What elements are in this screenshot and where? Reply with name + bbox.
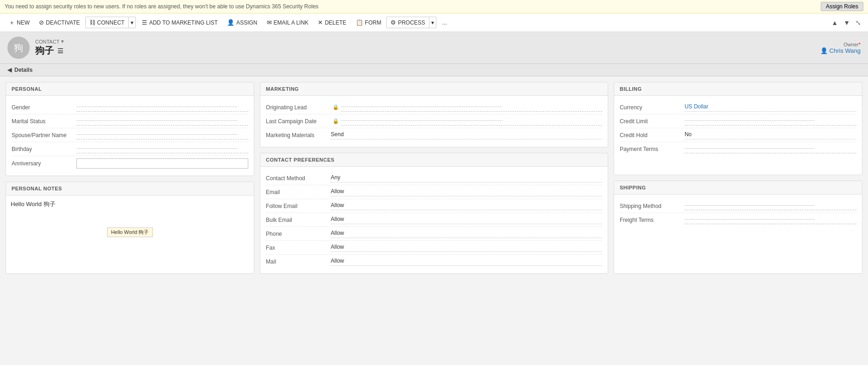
credit-limit-value[interactable]: ───────────────────────────────── xyxy=(685,117,856,126)
field-birthday: Birthday ───────────────────────────────… xyxy=(12,142,248,156)
contact-preferences-body: Contact Method Any Email Allow Follow Em… xyxy=(260,167,608,273)
contact-preferences-panel: CONTACT PREFERENCES Contact Method Any E… xyxy=(260,153,608,274)
follow-email-label: Follow Email xyxy=(266,203,331,209)
credit-hold-value[interactable]: No xyxy=(685,131,856,139)
notes-tooltip: Hello World 狗子 xyxy=(107,227,153,237)
process-button[interactable]: ⚙ PROCESS xyxy=(387,17,429,28)
nav-arrows: ▲ ▼ ⤡ xyxy=(829,18,863,27)
billing-header: BILLING xyxy=(614,82,862,96)
more-button[interactable]: ... xyxy=(438,17,451,28)
field-marital-status: Marital Status ─────────────────────────… xyxy=(12,114,248,128)
currency-label: Currency xyxy=(620,104,685,111)
personal-notes-panel: PERSONAL NOTES Hello World 狗子 Hello Worl… xyxy=(6,182,254,274)
personal-header: PERSONAL xyxy=(6,82,254,96)
assign-label: ASSIGN xyxy=(236,19,257,26)
last-campaign-date-label: Last Campaign Date xyxy=(266,118,331,125)
anniversary-input[interactable] xyxy=(76,158,248,169)
owner-person-icon: 👤 xyxy=(820,47,828,54)
contact-type-label: CONTACT xyxy=(35,39,59,44)
anniversary-label: Anniversary xyxy=(12,160,76,167)
contact-info: CONTACT ▾ 狗子 ☰ xyxy=(35,38,64,57)
marketing-materials-value[interactable]: Send xyxy=(331,131,602,139)
nav-up-button[interactable]: ▲ xyxy=(829,18,840,27)
payment-terms-value[interactable]: ───────────────────────────────── xyxy=(685,145,856,153)
field-credit-hold: Credit Hold No xyxy=(620,128,856,142)
form-label: FORM xyxy=(365,19,381,26)
follow-email-value[interactable]: Allow xyxy=(331,202,602,210)
process-icon: ⚙ xyxy=(390,19,396,26)
spouse-name-value[interactable]: ────────────────────────────────────────… xyxy=(76,131,248,139)
mail-value[interactable]: Allow xyxy=(331,258,602,266)
delete-button[interactable]: ✕ DELETE xyxy=(314,17,351,28)
connect-button[interactable]: ⛓ CONNECT xyxy=(86,17,128,28)
currency-value[interactable]: US Dollar xyxy=(685,103,856,112)
owner-section: Owner* 👤 Chris Wang xyxy=(820,42,861,54)
spouse-name-label: Spouse/Partner Name xyxy=(12,132,76,138)
marital-status-label: Marital Status xyxy=(12,118,76,125)
notification-bar: You need to assign security roles to new… xyxy=(0,0,868,13)
originating-lead-label: Originating Lead xyxy=(266,104,331,111)
last-campaign-lock-icon: 🔒 xyxy=(333,118,339,124)
process-dropdown-button[interactable]: ▾ xyxy=(429,17,436,28)
personal-body: Gender ─────────────────────────────────… xyxy=(6,96,254,176)
middle-column: MARKETING Originating Lead 🔒 ───────────… xyxy=(260,82,608,274)
bulk-email-label: Bulk Email xyxy=(266,217,331,223)
details-label: Details xyxy=(14,67,32,73)
freight-terms-value[interactable]: ───────────────────────────────── xyxy=(685,216,856,224)
contact-name-text: 狗子 xyxy=(35,44,54,57)
contact-method-value[interactable]: Any xyxy=(331,174,602,182)
shipping-method-label: Shipping Method xyxy=(620,203,685,209)
new-button[interactable]: ＋ NEW xyxy=(5,16,34,29)
contact-name: 狗子 ☰ xyxy=(35,44,64,57)
connect-icon: ⛓ xyxy=(89,19,95,26)
owner-label: Owner* xyxy=(820,42,861,47)
originating-lead-value[interactable]: ────────────────────────────────────────… xyxy=(341,103,602,112)
contact-header-left: 狗 CONTACT ▾ 狗子 ☰ xyxy=(7,37,64,59)
delete-icon: ✕ xyxy=(318,19,323,26)
marketing-header: MARKETING xyxy=(260,82,608,96)
notes-text: Hello World 狗子 xyxy=(11,201,56,208)
freight-terms-label: Freight Terms xyxy=(620,217,685,223)
gender-value[interactable]: ────────────────────────────────────────… xyxy=(76,103,248,112)
deactivate-icon: ⊘ xyxy=(39,19,44,26)
toolbar: ＋ NEW ⊘ DEACTIVATE ⛓ CONNECT ▾ ☰ ADD TO … xyxy=(0,13,868,32)
deactivate-button[interactable]: ⊘ DEACTIVATE xyxy=(35,17,84,28)
add-to-marketing-button[interactable]: ☰ ADD TO MARKETING LIST xyxy=(138,17,222,28)
mail-label: Mail xyxy=(266,258,331,265)
credit-limit-label: Credit Limit xyxy=(620,118,685,125)
bulk-email-value[interactable]: Allow xyxy=(331,216,602,224)
field-marketing-materials: Marketing Materials Send xyxy=(266,128,602,142)
marital-status-value[interactable]: ────────────────────────────────────────… xyxy=(76,117,248,126)
last-campaign-date-value[interactable]: ────────────────────────────────────────… xyxy=(341,117,602,126)
assign-button[interactable]: 👤 ASSIGN xyxy=(223,17,261,28)
contact-type-dropdown[interactable]: ▾ xyxy=(61,38,64,44)
new-icon: ＋ xyxy=(9,19,15,27)
details-header[interactable]: ◀ Details xyxy=(0,64,868,76)
email-value[interactable]: Allow xyxy=(331,188,602,196)
contact-menu-icon[interactable]: ☰ xyxy=(57,47,63,55)
assign-roles-button[interactable]: Assign Roles xyxy=(821,2,863,11)
connect-group: ⛓ CONNECT ▾ xyxy=(85,17,136,28)
gender-label: Gender xyxy=(12,104,76,111)
phone-value[interactable]: Allow xyxy=(331,230,602,238)
field-credit-limit: Credit Limit ───────────────────────────… xyxy=(620,114,856,128)
email-link-button[interactable]: ✉ EMAIL A LINK xyxy=(263,17,313,28)
nav-down-button[interactable]: ▼ xyxy=(841,18,852,27)
shipping-method-value[interactable]: ───────────────────────────────── xyxy=(685,202,856,210)
birthday-value[interactable]: ────────────────────────────────────────… xyxy=(76,145,248,153)
main-content: PERSONAL Gender ────────────────────────… xyxy=(0,76,868,279)
fax-value[interactable]: Allow xyxy=(331,244,602,252)
notes-area[interactable]: Hello World 狗子 Hello World 狗子 xyxy=(6,195,254,242)
nav-expand-button[interactable]: ⤡ xyxy=(853,18,863,27)
form-button[interactable]: 📋 FORM xyxy=(352,17,385,28)
field-originating-lead: Originating Lead 🔒 ─────────────────────… xyxy=(266,101,602,114)
field-contact-method: Contact Method Any xyxy=(266,171,602,185)
marketing-panel: MARKETING Originating Lead 🔒 ───────────… xyxy=(260,82,608,147)
field-gender: Gender ─────────────────────────────────… xyxy=(12,101,248,114)
email-icon: ✉ xyxy=(267,19,272,26)
owner-name[interactable]: 👤 Chris Wang xyxy=(820,47,861,54)
required-marker: * xyxy=(859,42,861,47)
process-label: PROCESS xyxy=(398,19,425,26)
connect-dropdown-button[interactable]: ▾ xyxy=(128,17,135,28)
marketing-materials-label: Marketing Materials xyxy=(266,132,331,138)
